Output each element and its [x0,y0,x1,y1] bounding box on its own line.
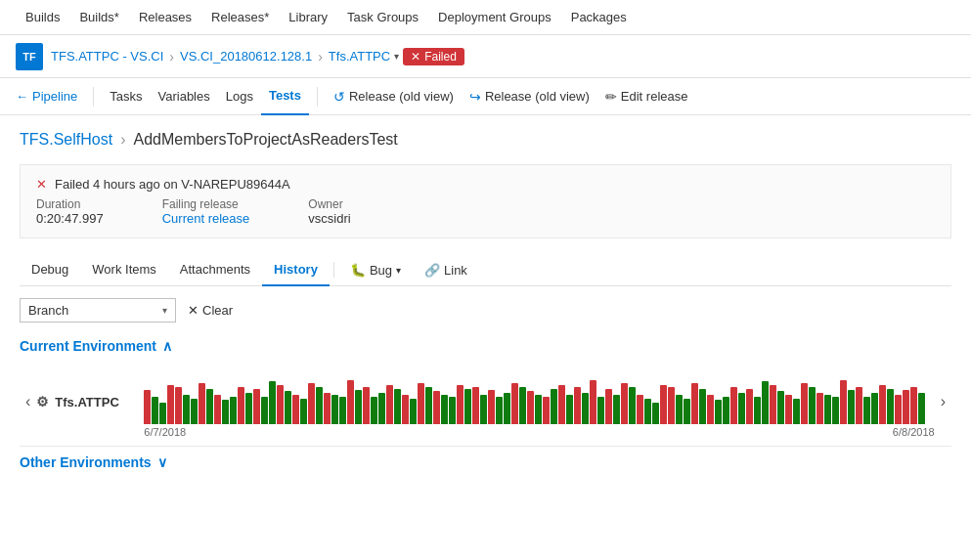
bar [386,385,393,424]
bar [582,393,589,424]
bar [245,393,252,424]
nav-releases[interactable]: Releases [129,0,201,35]
bar [824,395,831,424]
clear-button[interactable]: ✕ Clear [184,299,237,322]
chart-next-button[interactable]: › [935,389,951,414]
nav-releases-star[interactable]: Releases* [201,0,279,35]
bar [574,387,581,424]
bar [848,390,855,424]
bar [691,383,698,424]
nav-builds-star[interactable]: Builds* [69,0,128,35]
chart-prev-button[interactable]: ‹ [20,389,36,414]
tab-work-items[interactable]: Work Items [80,254,168,286]
bar [558,385,565,424]
current-env-chevron-icon: ∧ [162,338,172,354]
filter-bar: Branch ▾ ✕ Clear [20,298,951,323]
current-environment-label: Current Environment [20,338,156,354]
bar [879,385,886,424]
bar [152,397,158,424]
duration-value: 0:20:47.997 [36,211,104,226]
status-badge: ✕ Failed [403,48,464,65]
page-breadcrumb-child: AddMembersToProjectAsReadersTest [133,131,397,149]
main-content: TFS.SelfHost › AddMembersToProjectAsRead… [0,115,971,486]
tests-button[interactable]: Tests [261,78,309,115]
error-icon: ✕ [36,177,47,192]
bar [394,389,401,424]
bar [840,380,847,424]
breadcrumb-org[interactable]: TFS.ATTPC - VS.CI [51,49,163,64]
tab-attachments[interactable]: Attachments [168,254,262,286]
bar [785,395,792,424]
nav-task-groups[interactable]: Task Groups [337,0,428,35]
bar [472,387,479,424]
page-breadcrumb: TFS.SelfHost › AddMembersToProjectAsRead… [20,131,951,149]
x-icon: ✕ [411,50,420,64]
logs-button[interactable]: Logs [218,78,261,115]
chevron-down-icon: ▾ [394,51,399,62]
bar [660,385,667,424]
bar [621,383,628,424]
link-dropdown-button[interactable]: 🔗 Link [413,255,479,285]
release-old-view-button[interactable]: ↪ Release (old view) [462,78,597,115]
tasks-button[interactable]: Tasks [102,78,150,115]
breadcrumb-build[interactable]: VS.CI_20180612.128.1 [180,49,312,64]
bar [167,385,174,424]
nav-builds[interactable]: Builds [16,0,69,35]
failing-release-label: Failing release [162,197,250,211]
bar [801,383,808,424]
chevron-down-icon: ▾ [396,265,401,276]
action-sep-2 [317,87,318,107]
edit-release-button[interactable]: ✏ Edit release [597,78,696,115]
bar [363,387,370,424]
tab-debug[interactable]: Debug [20,254,80,286]
nav-packages[interactable]: Packages [561,0,637,35]
bar [738,393,745,424]
bar [746,389,753,424]
env-name: Tfs.ATTPC [55,395,118,409]
current-release-link[interactable]: Current release [162,211,250,226]
breadcrumb-arrow-icon: › [120,131,125,149]
bar [308,383,315,424]
nav-deployment-groups[interactable]: Deployment Groups [428,0,561,35]
bar [199,383,205,424]
bar [856,387,862,424]
refresh-button[interactable]: ↺ Release (old view) [326,78,462,115]
bar [863,397,870,424]
release-icon: ↪ [469,89,481,105]
info-meta: Duration 0:20:47.997 Failing release Cur… [36,197,935,226]
bar [214,395,221,424]
bar [895,395,902,424]
bar [730,387,737,424]
nav-library[interactable]: Library [279,0,337,35]
org-icon: TF [16,43,43,70]
bar [543,397,550,424]
other-environments-header[interactable]: Other Environments ∨ [20,454,951,470]
branch-select[interactable]: Branch ▾ [20,298,176,323]
bar [253,389,260,424]
bar [910,387,917,424]
pipeline-back-link[interactable]: ← Pipeline [16,89,77,104]
breadcrumb-env[interactable]: Tfs.ATTPC ▾ [329,49,399,64]
bar [222,400,229,424]
bar [644,399,651,424]
bar [159,403,166,424]
bar [410,399,417,424]
detail-tabs: Debug Work Items Attachments History 🐛 B… [20,254,951,286]
bar [206,389,213,424]
bug-dropdown-button[interactable]: 🐛 Bug ▾ [338,255,413,285]
bar [496,397,503,424]
bar [183,395,190,424]
bar [175,387,182,424]
tab-history[interactable]: History [262,254,330,286]
other-environments-label: Other Environments [20,454,152,470]
current-environment-header[interactable]: Current Environment ∧ [20,338,951,354]
bar [762,381,769,424]
bar [316,387,323,424]
variables-button[interactable]: Variables [151,78,218,115]
page-breadcrumb-parent[interactable]: TFS.SelfHost [20,131,112,149]
bar [449,397,456,424]
chart-date-end: 6/8/2018 [893,426,935,438]
bar [613,395,620,424]
bar [715,400,722,424]
failing-release-col: Failing release Current release [162,197,250,226]
